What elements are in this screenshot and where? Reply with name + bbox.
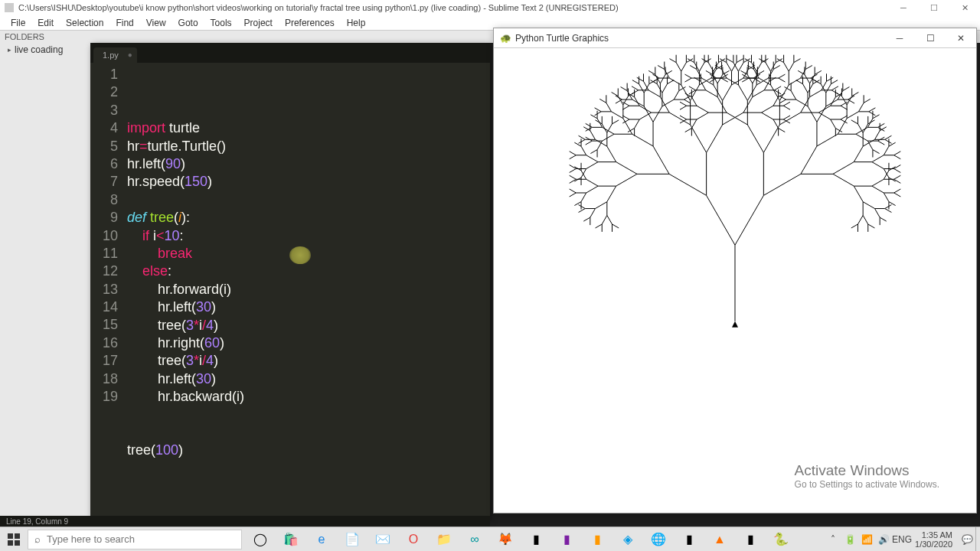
sidebar: live coading <box>0 43 90 519</box>
search-placeholder: Type here to search <box>47 533 135 545</box>
menu-selection[interactable]: Selection <box>60 18 109 28</box>
taskbar-apps: ◯ 🛍️ e 📄 ✉️ O 📁 ∞ 🦊 ▮ ▮ ▮ ◈ 🌐 ▮ ▲ ▮ 🐍 <box>245 527 796 552</box>
code-area[interactable]: import turtlehr=turtle.Turtle()hr.left(9… <box>127 63 244 460</box>
store-icon[interactable]: 🛍️ <box>276 527 306 552</box>
sublime-close-button[interactable]: ✕ <box>949 0 980 15</box>
turtle-cursor-icon <box>732 321 738 328</box>
turtle-minimize-button[interactable]: ─ <box>884 28 915 48</box>
menu-goto[interactable]: Goto <box>172 18 204 28</box>
menu-edit[interactable]: Edit <box>31 18 60 28</box>
tray-volume-icon[interactable]: 🔊 <box>875 534 892 545</box>
turtle-maximize-button[interactable]: ☐ <box>915 28 946 48</box>
tray-battery-icon[interactable]: 🔋 <box>841 534 858 545</box>
tab-bar: 1.py ● <box>90 43 490 63</box>
sublime-icon <box>5 3 14 12</box>
activate-windows-watermark: Activate Windows Go to Settings to activ… <box>795 462 939 490</box>
python-icon[interactable]: 🐍 <box>766 527 796 552</box>
turtle-titlebar: 🐢 Python Turtle Graphics ─ ☐ ✕ <box>494 28 976 48</box>
search-icon: ⌕ <box>34 533 41 545</box>
taskbar-clock[interactable]: 1:35 AM 1/30/2020 <box>909 530 959 549</box>
pycharm-icon[interactable]: ▮ <box>674 527 704 552</box>
explorer-icon[interactable]: 📁 <box>429 527 459 552</box>
tab-1py[interactable]: 1.py ● <box>93 47 137 63</box>
arduino-icon[interactable]: ∞ <box>459 527 490 552</box>
taskview-icon[interactable]: ◯ <box>245 527 276 552</box>
line-gutter: 12345678910111213141516171819 <box>90 63 127 460</box>
app-icon-1[interactable]: ▮ <box>551 527 582 552</box>
menu-preferences[interactable]: Preferences <box>279 18 341 28</box>
system-tray: ˄ 🔋 📶 🔊 ENG 1:35 AM 1/30/2020 💬 <box>825 527 980 552</box>
sublime-statusbar: Line 19, Column 9 <box>0 516 490 527</box>
tray-lang-icon[interactable]: ENG <box>892 534 909 545</box>
terminal-icon[interactable]: ▮ <box>521 527 551 552</box>
opera-icon[interactable]: O <box>398 527 429 552</box>
svg-rect-0 <box>8 533 13 539</box>
start-button[interactable] <box>0 527 28 552</box>
sublime-taskbar-icon[interactable]: ▮ <box>582 527 612 552</box>
turtle-title-text: Python Turtle Graphics <box>515 33 609 44</box>
cursor-highlight-icon <box>289 246 311 264</box>
notepad-icon[interactable]: 📄 <box>337 527 368 552</box>
tab-close-icon[interactable]: ● <box>128 51 132 59</box>
turtle-close-button[interactable]: ✕ <box>946 28 976 48</box>
firefox-icon[interactable]: 🦊 <box>490 527 521 552</box>
svg-rect-1 <box>15 533 20 539</box>
turtle-icon: 🐢 <box>500 33 511 44</box>
menu-tools[interactable]: Tools <box>204 18 238 28</box>
menu-find[interactable]: Find <box>109 18 139 28</box>
vlc-icon[interactable]: ▲ <box>704 527 735 552</box>
teamviewer-icon[interactable]: ◈ <box>612 527 643 552</box>
tray-wifi-icon[interactable]: 📶 <box>858 534 875 545</box>
app-icon-2[interactable]: ▮ <box>735 527 766 552</box>
taskbar-search[interactable]: ⌕ Type here to search <box>28 530 242 549</box>
menu-project[interactable]: Project <box>238 18 279 28</box>
menu-file[interactable]: File <box>5 18 31 28</box>
turtle-canvas: Activate Windows Go to Settings to activ… <box>494 48 976 513</box>
editor[interactable]: 1.py ● 12345678910111213141516171819 imp… <box>90 43 490 519</box>
sublime-minimize-button[interactable]: ─ <box>888 0 919 15</box>
sublime-maximize-button[interactable]: ☐ <box>919 0 949 15</box>
svg-rect-3 <box>15 540 20 546</box>
tray-chevron-icon[interactable]: ˄ <box>825 534 841 545</box>
svg-rect-2 <box>8 540 13 546</box>
chrome-icon[interactable]: 🌐 <box>643 527 674 552</box>
mail-icon[interactable]: ✉️ <box>368 527 398 552</box>
show-desktop-button[interactable] <box>975 527 980 552</box>
sublime-title-text: C:\Users\ISHU\Desktop\youtube\i know pyt… <box>18 3 619 12</box>
menu-view[interactable]: View <box>140 18 172 28</box>
menu-help[interactable]: Help <box>341 18 372 28</box>
turtle-window[interactable]: 🐢 Python Turtle Graphics ─ ☐ ✕ Activate … <box>493 28 977 514</box>
taskbar: ⌕ Type here to search ◯ 🛍️ e 📄 ✉️ O 📁 ∞ … <box>0 527 980 551</box>
notifications-icon[interactable]: 💬 <box>959 534 975 545</box>
edge-icon[interactable]: e <box>306 527 337 552</box>
sidebar-folder[interactable]: live coading <box>0 44 90 55</box>
sublime-titlebar: C:\Users\ISHU\Desktop\youtube\i know pyt… <box>0 0 980 15</box>
